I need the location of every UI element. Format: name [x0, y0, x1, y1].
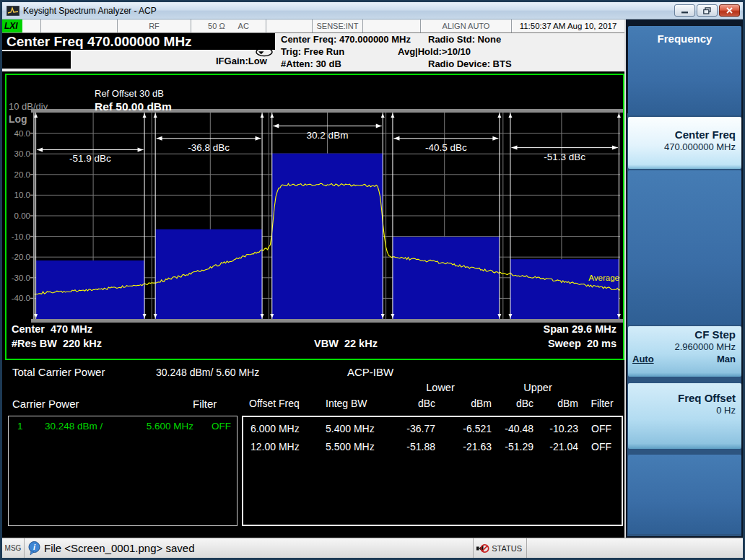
svg-text:-40.5 dBc: -40.5 dBc	[425, 142, 467, 153]
window-title: Keysight Spectrum Analyzer - ACP	[23, 6, 157, 16]
svg-text:20.0: 20.0	[14, 170, 30, 179]
offset-cell: OFF	[581, 441, 622, 452]
minimize-button[interactable]	[674, 4, 695, 17]
input-coupling-indicator: 50 Ω AC	[191, 19, 266, 32]
softkey-cf-step[interactable]: CF Step 2.960000 MHz Auto Man	[628, 326, 741, 377]
divider	[24, 538, 25, 558]
col-filter: Filter	[581, 398, 623, 414]
restore-button[interactable]	[697, 4, 718, 17]
col-lower-dbc: dBc	[386, 398, 438, 414]
svg-text:Ref Offset 30 dB: Ref Offset 30 dB	[95, 88, 164, 99]
coupling-indicator: AC	[238, 22, 249, 30]
softkey-center-freq[interactable]: Center Freq 470.000000 MHz	[628, 117, 741, 169]
upper-group-header: Upper	[495, 382, 581, 398]
softkey-label: CF Step	[632, 328, 736, 341]
svg-text:0.00: 0.00	[14, 211, 30, 220]
svg-text:Sweep 20 ms: Sweep 20 ms	[548, 338, 617, 349]
col-upper-dbm: dBm	[536, 398, 581, 414]
divider	[473, 538, 474, 558]
info-trigger: Trig: Free Run	[281, 46, 344, 57]
measurement-header: Center Freq 470.000000 MHz IFGain:Low Ce…	[2, 33, 624, 71]
cf-step-auto-toggle[interactable]: Auto	[632, 354, 654, 364]
carrier-filter-value: OFF	[193, 421, 237, 432]
active-function-readout: Center Freq 470.000000 MHz	[2, 33, 275, 50]
measurement-area: Average-51.9 dBc-36.8 dBc30.2 dBm-40.5 d…	[2, 71, 624, 538]
offset-cell: -40.48	[495, 423, 536, 434]
speaker-muted-icon	[476, 542, 490, 555]
continuous-sweep-icon	[254, 47, 274, 58]
offset-table-row: 12.00 MHz5.500 MHz-51.88-21.63-51.29-21.…	[243, 437, 622, 455]
graticule-frame: Average-51.9 dBc-36.8 dBc30.2 dBm-40.5 d…	[5, 74, 624, 360]
band-upper-offset-12MHz	[510, 259, 619, 319]
svg-text:-40.0: -40.0	[12, 294, 30, 302]
strip-cell-empty-2	[266, 19, 313, 32]
softkey-label: Center Freq	[632, 128, 736, 141]
svg-text:-51.9 dBc: -51.9 dBc	[69, 153, 111, 164]
carrier-power-value: 30.248 dBm /	[45, 421, 131, 432]
svg-text:-36.8 dBc: -36.8 dBc	[188, 142, 230, 153]
acp-ibw-label: ACP-IBW	[347, 366, 393, 378]
info-atten: #Atten: 30 dB	[281, 58, 341, 69]
softkey-blank-2	[628, 455, 741, 534]
rf-indicator: RF	[118, 19, 191, 32]
offset-table: 6.000 MHz5.400 MHz-36.77-6.521-40.48-10.…	[242, 416, 623, 526]
svg-text:VBW 22 kHz: VBW 22 kHz	[314, 338, 378, 349]
svg-text:Log: Log	[9, 113, 27, 125]
softkey-value: 470.000000 MHz	[632, 141, 736, 152]
svg-text:10 dB/div: 10 dB/div	[9, 101, 48, 112]
datetime-display: 11:50:37 AM Aug 10, 2017	[512, 19, 624, 32]
carrier-filter-header: Filter	[193, 398, 217, 410]
offset-cell: -21.63	[438, 441, 495, 452]
info-radio-std: Radio Std: None	[428, 34, 501, 45]
softkey-freq-offset[interactable]: Freq Offset 0 Hz	[628, 383, 741, 449]
band-lower-offset-6MHz	[155, 229, 262, 319]
msg-label: MSG	[2, 544, 24, 552]
svg-text:40.0: 40.0	[14, 129, 30, 138]
svg-text:10.0: 10.0	[14, 191, 30, 199]
lxi-logo: LXI	[2, 19, 22, 32]
offset-cell: 6.000 MHz	[243, 423, 318, 434]
strip-cell-empty-1	[41, 19, 118, 32]
carrier-power-header: Carrier Power	[12, 398, 79, 410]
offset-cell: -51.88	[386, 441, 438, 452]
spectrum-chart: Average-51.9 dBc-36.8 dBc30.2 dBm-40.5 d…	[6, 75, 623, 359]
cf-step-man-toggle[interactable]: Man	[717, 354, 736, 364]
carrier-bw-value: 5.600 MHz	[131, 421, 193, 432]
carrier-row: 1 30.248 dBm / 5.600 MHz OFF	[9, 416, 237, 432]
offset-cell: -6.521	[438, 423, 495, 434]
header-black-box	[2, 51, 71, 69]
status-message: File <Screen_0001.png> saved	[44, 542, 194, 554]
info-center-freq: Center Freq: 470.000000 MHz	[281, 34, 411, 45]
svg-text:-20.0: -20.0	[12, 253, 30, 261]
impedance-indicator: 50 Ω	[208, 22, 225, 30]
close-button[interactable]	[719, 4, 740, 17]
svg-text:Ref 50.00 dBm: Ref 50.00 dBm	[95, 100, 172, 113]
band-carrier	[272, 154, 383, 319]
svg-text:30.2 dBm: 30.2 dBm	[307, 130, 349, 141]
total-carrier-power-label: Total Carrier Power	[12, 366, 105, 378]
offset-cell: -21.04	[536, 441, 581, 452]
sense-indicator: SENSE:INT	[313, 19, 363, 32]
lower-group-header: Lower	[386, 382, 495, 398]
col-offset-freq: Offset Freq	[242, 398, 318, 414]
lxi-indicator: LXI	[2, 19, 41, 32]
svg-text:30.0: 30.0	[14, 149, 30, 158]
offset-cell: 5.400 MHz	[318, 423, 386, 434]
band-upper-offset-6MHz	[393, 237, 500, 319]
softkey-sidebar: Frequency Center Freq 470.000000 MHz CF …	[624, 19, 743, 538]
svg-text:Center 470 MHz: Center 470 MHz	[12, 323, 92, 335]
total-carrier-power-value: 30.248 dBm/ 5.60 MHz	[156, 367, 259, 378]
info-radio-device: Radio Device: BTS	[428, 58, 512, 69]
title-bar: Keysight Spectrum Analyzer - ACP	[2, 2, 743, 19]
offset-table-header: Lower Upper Offset Freq Integ BW dBc dBm…	[242, 382, 623, 414]
info-balloon-icon: i	[27, 541, 41, 556]
instrument-status-strip: LXI RF 50 Ω AC SENSE:INT ALIGN AUTO 11:5…	[2, 19, 624, 33]
offset-cell: 12.00 MHz	[243, 441, 318, 452]
offset-cell: -36.77	[386, 423, 438, 434]
offset-cell: 5.500 MHz	[318, 441, 386, 452]
carrier-power-table: 1 30.248 dBm / 5.600 MHz OFF	[8, 416, 238, 526]
softkey-value: 2.960000 MHz	[632, 341, 736, 352]
col-lower-dbm: dBm	[438, 398, 495, 414]
carrier-index: 1	[17, 421, 45, 432]
softkey-blank-1	[628, 170, 741, 325]
